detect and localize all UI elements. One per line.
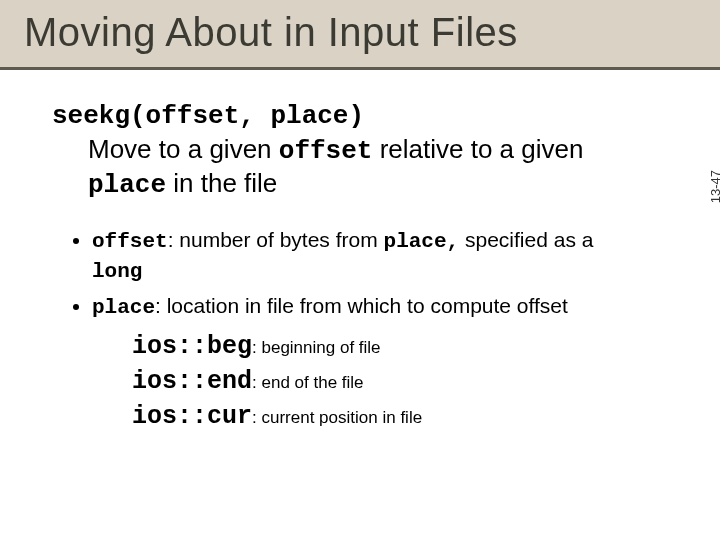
slide-number: 13-47 [708, 170, 720, 203]
bullet-text: : number of bytes from [168, 228, 384, 251]
place-code: place [92, 296, 155, 319]
slide-body: seekg(offset, place) Move to a given off… [0, 70, 720, 434]
flag-desc: : current position in file [252, 408, 422, 427]
flag-cur: ios::cur: current position in file [132, 399, 668, 434]
place-code: place, [384, 230, 460, 253]
seekg-desc-text: in the file [166, 168, 277, 198]
flag-end: ios::end: end of the file [132, 364, 668, 399]
flag-desc: : beginning of file [252, 338, 381, 357]
seekg-signature: seekg(offset, place) [52, 100, 668, 133]
bullet-list: offset: number of bytes from place, spec… [52, 226, 668, 323]
seekg-desc-text: Move to a given [88, 134, 279, 164]
offset-code: offset [92, 230, 168, 253]
ios-end-code: ios::end [132, 367, 252, 396]
bullet-place: place: location in file from which to co… [92, 292, 668, 322]
flag-beg: ios::beg: beginning of file [132, 329, 668, 364]
slide: Moving About in Input Files 13-47 seekg(… [0, 0, 720, 540]
seekg-offset-code: offset [279, 136, 373, 166]
title-band: Moving About in Input Files [0, 0, 720, 70]
ios-beg-code: ios::beg [132, 332, 252, 361]
seekg-block: seekg(offset, place) Move to a given off… [52, 100, 668, 202]
seekg-description: Move to a given offset relative to a giv… [88, 133, 668, 202]
slide-title: Moving About in Input Files [24, 10, 696, 55]
long-code: long [92, 260, 142, 283]
bullet-offset: offset: number of bytes from place, spec… [92, 226, 668, 287]
bullet-text: specified as a [459, 228, 593, 251]
bullet-text: : location in file from which to compute… [155, 294, 568, 317]
flags-block: ios::beg: beginning of file ios::end: en… [132, 329, 668, 434]
flag-desc: : end of the file [252, 373, 364, 392]
seekg-place-code: place [88, 170, 166, 200]
ios-cur-code: ios::cur [132, 402, 252, 431]
seekg-desc-text: relative to a given [372, 134, 583, 164]
